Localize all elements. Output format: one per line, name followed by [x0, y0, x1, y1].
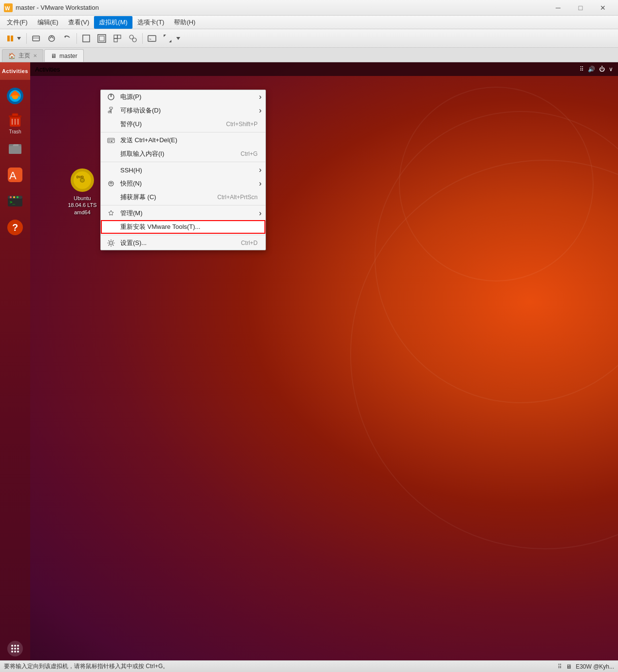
menu-removable-label: 可移动设备(D)	[120, 106, 161, 115]
view-full-btn[interactable]	[94, 31, 109, 46]
vmware-window: W master - VMware Workstation ─ □ ✕ 文件(F…	[0, 0, 618, 672]
vm-tab-icon: 🖥	[51, 53, 56, 59]
reinstall-menu-icon	[107, 223, 115, 231]
maximize-button[interactable]: □	[569, 0, 592, 16]
svg-rect-2	[7, 36, 10, 41]
menu-bar: 文件(F) 编辑(E) 查看(V) 虚拟机(M) 选项卡(T) 帮助(H)	[0, 16, 618, 29]
toolbar-sep-1	[26, 33, 27, 44]
menu-item-reinstall-vmtools[interactable]: 重新安装 VMware Tools(T)...	[101, 220, 265, 234]
menu-grab-label: 抓取输入内容(I)	[120, 149, 164, 158]
revert-btn[interactable]	[60, 31, 75, 46]
menu-item-capture[interactable]: 捕获屏幕 (C) Ctrl+Alt+PrtScn	[101, 190, 265, 204]
menu-item-ssh[interactable]: SSH(H)	[101, 163, 265, 177]
svg-point-48	[17, 648, 19, 650]
sep-1	[101, 132, 265, 132]
usb-menu-icon	[107, 106, 115, 115]
svg-point-16	[132, 38, 136, 42]
menu-item-removable[interactable]: 可移动设备(D)	[101, 104, 265, 117]
vm-dropdown-menu: 电源(P) 可移动设备(D) 暂停(U) Ctrl+Shift+P	[100, 90, 266, 250]
tab-home-close[interactable]: ✕	[33, 53, 37, 58]
view-minimap-btn[interactable]	[126, 31, 140, 46]
toolbar-sep-2	[76, 33, 77, 44]
menu-vm[interactable]: 虚拟机(M)	[94, 16, 132, 29]
menu-ctrlaltdel-label: 发送 Ctrl+Alt+Del(E)	[120, 136, 177, 145]
ubuntu-dock: Activities	[0, 62, 30, 660]
menu-file[interactable]: 文件(F)	[2, 16, 33, 29]
minimize-button[interactable]: ─	[547, 0, 569, 16]
dock-icon-help[interactable]: ?	[3, 215, 27, 240]
view-unity-btn[interactable]	[110, 31, 125, 46]
tab-home[interactable]: 🏠 主页 ✕	[2, 49, 43, 62]
dock-icon-software[interactable]: A	[3, 163, 27, 187]
menu-item-settings[interactable]: 设置(S)... Ctrl+D	[101, 236, 265, 250]
svg-marker-19	[164, 35, 166, 37]
tab-master-label: master	[59, 53, 77, 59]
svg-marker-21	[176, 37, 180, 40]
home-tab-icon: 🏠	[8, 53, 16, 59]
menu-item-manage[interactable]: 管理(M)	[101, 206, 265, 220]
svg-rect-68	[111, 141, 112, 142]
menu-power-label: 电源(P)	[120, 93, 141, 101]
title-bar: W master - VMware Workstation ─ □ ✕	[0, 0, 618, 16]
svg-point-44	[14, 645, 16, 647]
svg-rect-5	[33, 36, 39, 41]
dock-icon-trash[interactable]: Trash	[3, 110, 27, 134]
svg-point-51	[17, 651, 19, 653]
menu-edit[interactable]: 编辑(E)	[33, 16, 63, 29]
dock-icon-terminal[interactable]: >_	[3, 189, 27, 213]
svg-text:W: W	[5, 5, 10, 11]
menu-reinstall-label: 重新安装 VMware Tools(T)...	[120, 223, 200, 231]
svg-point-49	[11, 651, 13, 653]
menu-view[interactable]: 查看(V)	[63, 16, 94, 29]
menu-help[interactable]: 帮助(H)	[169, 16, 200, 29]
menu-item-grab[interactable]: 抓取输入内容(I) Ctrl+G	[101, 147, 265, 161]
stretch-btn[interactable]	[160, 31, 175, 46]
close-button[interactable]: ✕	[592, 0, 614, 16]
svg-point-46	[11, 648, 13, 650]
stretch-dropdown-icon	[176, 36, 181, 41]
grab-menu-icon	[107, 149, 115, 158]
console-btn[interactable]: >_	[145, 31, 159, 46]
status-bar-right: ⠿ 🖥 E30W @Kyh...	[558, 663, 614, 670]
svg-rect-3	[11, 36, 13, 41]
svg-point-45	[17, 645, 19, 647]
svg-marker-20	[169, 40, 171, 42]
dock-activities[interactable]: Activities	[0, 62, 30, 80]
svg-rect-32	[9, 146, 21, 154]
tab-master[interactable]: 🖥 master	[44, 49, 84, 62]
dock-icon-firefox[interactable]	[3, 84, 27, 108]
power-menu-icon	[107, 93, 115, 101]
menu-item-pause[interactable]: 暂停(U) Ctrl+Shift+P	[101, 117, 265, 131]
menu-tabs[interactable]: 选项卡(T)	[132, 16, 169, 29]
capture-shortcut: Ctrl+Alt+PrtScn	[207, 194, 258, 201]
svg-point-47	[14, 648, 16, 650]
menu-item-snapshot[interactable]: 快照(N)	[101, 177, 265, 190]
svg-text:A: A	[9, 169, 17, 182]
svg-rect-13	[117, 35, 121, 38]
snapshot-btn[interactable]	[44, 31, 59, 46]
pause-button[interactable]	[3, 31, 24, 46]
apps-grid-button[interactable]	[7, 641, 23, 656]
window-title: master - VMware Workstation	[16, 4, 547, 11]
status-monitor-icon: 🖥	[566, 663, 572, 670]
status-network-icon: ⠿	[558, 663, 562, 670]
menu-item-ctrlaltdel[interactable]: 发送 Ctrl+Alt+Del(E)	[101, 133, 265, 147]
tab-bar: 🏠 主页 ✕ 🖥 master	[0, 48, 618, 62]
menu-settings-label: 设置(S)...	[120, 239, 147, 247]
svg-point-39	[17, 196, 19, 198]
dock-icon-files[interactable]	[3, 136, 27, 161]
svg-rect-27	[12, 113, 18, 116]
send-ctrlaltdel-btn[interactable]	[29, 31, 43, 46]
svg-rect-66	[112, 139, 113, 140]
pause-menu-icon	[107, 120, 115, 129]
svg-rect-14	[114, 38, 117, 42]
view-normal-btn[interactable]	[79, 31, 94, 46]
menu-snapshot-label: 快照(N)	[120, 179, 142, 188]
svg-point-37	[10, 196, 12, 198]
svg-rect-63	[108, 138, 114, 143]
menu-item-power[interactable]: 电源(P)	[101, 90, 265, 104]
snapshot-menu-icon	[107, 179, 115, 188]
svg-text:>_: >_	[149, 37, 154, 41]
svg-rect-11	[99, 36, 104, 41]
keyboard-menu-icon	[107, 136, 115, 145]
